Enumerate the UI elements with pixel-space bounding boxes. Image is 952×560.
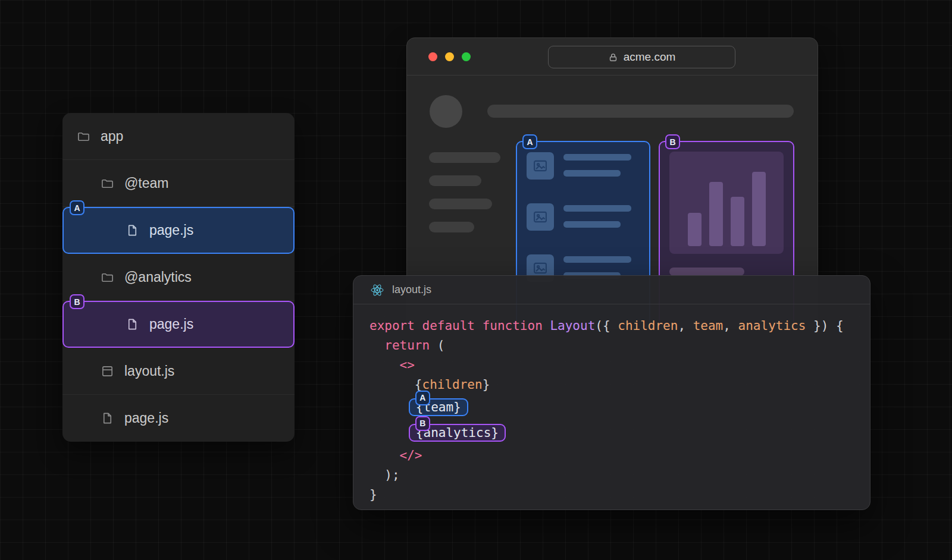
folder-icon (77, 130, 90, 143)
chart-caption-placeholder (669, 268, 744, 276)
code-token (369, 448, 400, 463)
tree-item-label: @analytics (124, 269, 192, 285)
list-item (527, 152, 640, 180)
code-token: } (483, 377, 490, 392)
nav-placeholder-bar (429, 152, 500, 163)
list-item (527, 203, 640, 231)
code-token: , (678, 319, 693, 333)
tree-item-analytics-page[interactable]: B page.js (62, 301, 295, 348)
code-line: } (369, 485, 870, 504)
text-placeholder-bar (563, 154, 631, 161)
text-placeholder (563, 152, 631, 180)
traffic-lights (428, 52, 471, 61)
file-icon (126, 317, 139, 331)
text-placeholder (563, 203, 631, 231)
avatar (430, 95, 462, 128)
code-line: ); (369, 465, 870, 485)
lock-icon (608, 52, 618, 62)
file-icon (101, 411, 114, 425)
code-token: export default function (369, 319, 550, 333)
code-line: return ( (369, 335, 870, 355)
tree-item-label: page.js (149, 222, 193, 238)
code-token (369, 426, 415, 440)
code-panel: layout.js export default function Layout… (353, 275, 870, 510)
code-line: A{team} (369, 394, 870, 420)
slot-badge-b: B (415, 416, 430, 431)
code-token: ); (369, 468, 400, 482)
tree-item-label: layout.js (124, 363, 174, 379)
nav-placeholder-bar (429, 175, 481, 186)
code-token (369, 338, 384, 353)
code-token: }) { (806, 319, 843, 333)
file-icon (126, 224, 139, 237)
tree-item-label: @team (124, 175, 168, 191)
code-token: team (693, 319, 724, 333)
code-token: <> (400, 358, 415, 372)
text-placeholder-bar (563, 256, 631, 263)
folder-icon (101, 177, 114, 190)
analytics-chart (669, 152, 784, 254)
folder-icon (101, 270, 114, 284)
code-token (369, 358, 400, 372)
tree-item-analytics-folder[interactable]: @analytics (62, 254, 295, 301)
text-placeholder-bar (563, 221, 621, 228)
code-filename: layout.js (392, 284, 431, 296)
chart-bar (731, 197, 744, 246)
tree-item-layout[interactable]: layout.js (62, 348, 295, 395)
text-placeholder-bar (563, 170, 621, 177)
code-token: { (369, 377, 422, 392)
image-placeholder-icon (527, 203, 554, 231)
code-token: , (723, 319, 738, 333)
code-token: } (369, 487, 377, 502)
desktop-background: app @team A page.js @analytics B (0, 0, 952, 560)
nav-placeholder (429, 152, 500, 232)
url-bar[interactable]: acme.com (548, 46, 735, 68)
code-token: analytics (738, 319, 806, 333)
code-line: </> (369, 445, 870, 465)
zoom-button[interactable] (462, 52, 471, 61)
slot-badge-a: A (415, 391, 430, 405)
layout-icon (101, 364, 114, 378)
code-lines: export default function Layout({ childre… (353, 304, 870, 504)
image-placeholder-icon (527, 152, 554, 180)
tree-item-label: page.js (124, 410, 168, 426)
slot-badge-a: A (70, 200, 84, 215)
tree-item-label: app (101, 128, 123, 144)
tree-item-app[interactable]: app (62, 113, 295, 160)
code-token: children (618, 319, 678, 333)
slot-badge-b: B (70, 294, 84, 309)
team-slot-box: A{team} (409, 398, 468, 416)
code-token (369, 400, 415, 414)
code-line: <> (369, 355, 870, 375)
nav-placeholder-bar (429, 222, 474, 232)
tree-item-page[interactable]: page.js (62, 395, 295, 442)
minimize-button[interactable] (445, 52, 454, 61)
code-line: export default function Layout({ childre… (369, 316, 870, 335)
file-tree-panel: app @team A page.js @analytics B (62, 113, 295, 442)
code-token: return (384, 338, 430, 353)
code-token: Layout (550, 319, 595, 333)
react-icon (370, 283, 384, 297)
chart-bar (688, 213, 702, 246)
slot-badge-a: A (522, 134, 537, 149)
chart-bar (752, 172, 766, 246)
analytics-slot-box: B{analytics} (409, 424, 506, 442)
close-button[interactable] (428, 52, 437, 61)
code-token: ({ (595, 319, 618, 333)
tree-item-team-page[interactable]: A page.js (62, 207, 295, 254)
url-text: acme.com (624, 51, 676, 64)
tree-item-team-folder[interactable]: @team (62, 160, 295, 207)
code-token: children (422, 377, 483, 392)
code-token: </> (400, 448, 422, 463)
slot-badge-b: B (665, 134, 680, 149)
nav-placeholder-bar (429, 199, 492, 209)
code-header: layout.js (353, 276, 870, 304)
browser-header: acme.com (407, 38, 818, 75)
header-placeholder-bar (487, 105, 794, 118)
code-token: ( (430, 338, 444, 353)
code-line: B{analytics} (369, 420, 870, 445)
code-line: {children} (369, 375, 870, 394)
chart-bar (709, 182, 723, 246)
tree-item-label: page.js (149, 316, 193, 332)
text-placeholder-bar (563, 205, 631, 212)
